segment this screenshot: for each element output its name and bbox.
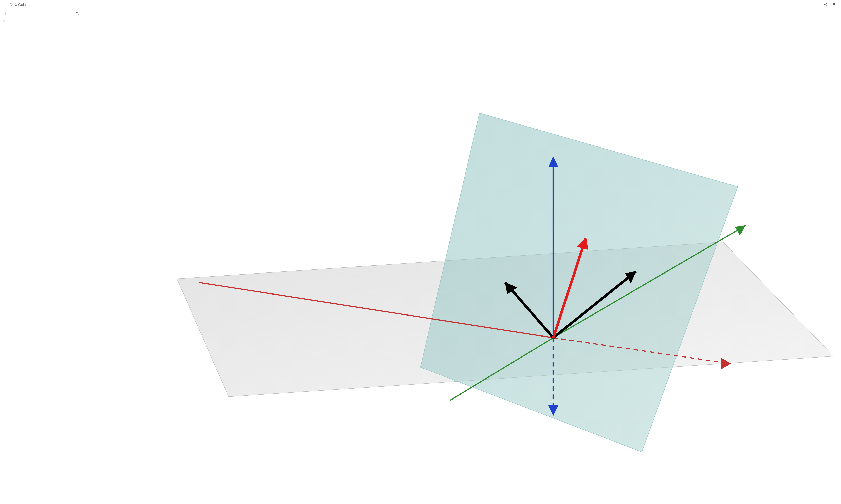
- share-icon[interactable]: [824, 3, 827, 7]
- svg-line-4: [825, 5, 826, 5]
- side-tabs: [0, 10, 8, 504]
- svg-point-19: [3, 14, 4, 15]
- plane-p[interactable]: [420, 113, 738, 452]
- brand-logo[interactable]: Ge⚙Gebra: [10, 2, 29, 7]
- svg-point-20: [4, 14, 4, 15]
- tab-algebra[interactable]: [2, 12, 6, 16]
- svg-point-17: [4, 14, 4, 14]
- svg-rect-5: [832, 3, 833, 4]
- svg-line-3: [825, 4, 826, 4]
- add-button[interactable]: +: [8, 12, 16, 15]
- scene-canvas[interactable]: [74, 10, 841, 504]
- svg-point-2: [826, 5, 827, 6]
- svg-marker-29: [736, 226, 745, 235]
- apps-icon[interactable]: [831, 3, 835, 7]
- header: Ge⚙Gebra: [0, 0, 841, 10]
- algebra-panel: +: [8, 10, 74, 504]
- svg-rect-13: [834, 5, 835, 6]
- svg-rect-11: [832, 5, 833, 6]
- svg-rect-12: [833, 5, 834, 6]
- svg-point-21: [4, 14, 5, 15]
- graphics-view[interactable]: [74, 10, 841, 504]
- menu-icon[interactable]: [2, 3, 6, 7]
- input-row: +: [8, 10, 73, 17]
- svg-rect-15: [3, 13, 5, 13]
- calculator-icon: [2, 12, 6, 16]
- svg-rect-6: [833, 3, 834, 4]
- svg-rect-9: [833, 4, 834, 5]
- svg-point-18: [4, 14, 5, 14]
- tab-tools[interactable]: [2, 19, 6, 23]
- svg-point-23: [4, 21, 4, 22]
- svg-point-0: [826, 3, 827, 4]
- svg-rect-10: [834, 4, 835, 5]
- undo-icon[interactable]: [76, 11, 80, 16]
- svg-rect-8: [832, 4, 833, 5]
- svg-point-16: [3, 14, 4, 14]
- svg-rect-7: [834, 3, 835, 4]
- tools-icon: [2, 19, 6, 23]
- algebra-input[interactable]: [16, 12, 73, 15]
- svg-point-1: [824, 4, 825, 5]
